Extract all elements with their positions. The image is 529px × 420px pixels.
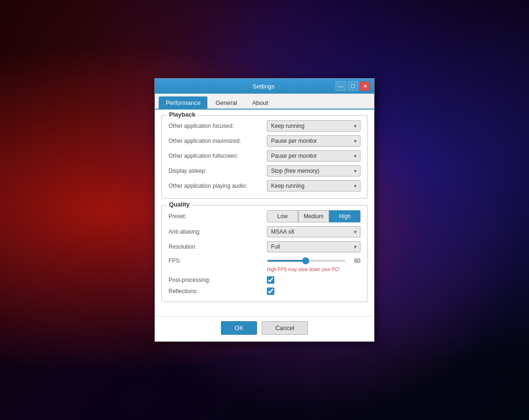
preset-medium-button[interactable]: Medium: [298, 210, 330, 222]
other-app-focused-select[interactable]: Keep running Pause Stop: [267, 120, 360, 132]
other-app-focused-select-wrapper: Keep running Pause Stop ▼: [267, 120, 360, 132]
quality-section-title: Quality: [167, 201, 192, 208]
fps-row: FPS: 60 High FPS may slow down your PC!: [169, 256, 360, 273]
anti-aliasing-row: Anti-aliasing: MSAA x8 None MSAA x2 MSAA…: [169, 226, 360, 237]
preset-high-button[interactable]: High: [329, 210, 360, 222]
fps-control: 60: [267, 256, 360, 265]
post-processing-checkbox[interactable]: [267, 276, 274, 284]
cancel-button[interactable]: Cancel: [262, 321, 308, 335]
display-asleep-control: Stop (free memory) Pause Keep running ▼: [267, 165, 360, 177]
other-app-fullscreen-select[interactable]: Pause per monitor Keep running Stop: [267, 150, 360, 162]
reflections-row: Reflections:: [169, 287, 360, 295]
anti-aliasing-control: MSAA x8 None MSAA x2 MSAA x4 ▼: [267, 226, 360, 237]
anti-aliasing-label: Anti-aliasing:: [169, 228, 267, 235]
minimize-button[interactable]: —: [336, 81, 346, 91]
post-processing-label: Post-processing:: [169, 277, 267, 283]
anti-aliasing-select[interactable]: MSAA x8 None MSAA x2 MSAA x4: [267, 226, 360, 237]
reflections-checkbox[interactable]: [267, 287, 274, 295]
preset-low-button[interactable]: Low: [267, 210, 298, 222]
other-app-maximized-row: Other application maximized: Pause per m…: [169, 135, 360, 147]
close-button[interactable]: ✕: [360, 81, 370, 91]
other-app-focused-row: Other application focused: Keep running …: [169, 120, 360, 132]
post-processing-control: [267, 276, 360, 284]
display-asleep-select-wrapper: Stop (free memory) Pause Keep running ▼: [267, 165, 360, 177]
other-app-focused-label: Other application focused:: [169, 123, 267, 129]
reflections-control: [267, 287, 360, 295]
dialog-footer: OK Cancel: [155, 316, 374, 341]
resolution-select[interactable]: Full Half Quarter: [267, 241, 360, 252]
tab-about[interactable]: About: [245, 96, 275, 109]
fps-warning-text: High FPS may slow down your PC!: [267, 267, 340, 272]
post-processing-row: Post-processing:: [169, 276, 360, 284]
tab-bar: Performance General About: [155, 94, 374, 110]
other-app-focused-control: Keep running Pause Stop ▼: [267, 120, 360, 132]
other-app-maximized-select-wrapper: Pause per monitor Keep running Stop ▼: [267, 135, 360, 147]
fps-slider[interactable]: [267, 260, 345, 262]
maximize-button[interactable]: ☐: [348, 81, 358, 91]
tab-content: Playback Other application focused: Keep…: [155, 110, 374, 316]
resolution-row: Resolution: Full Half Quarter ▼: [169, 241, 360, 252]
fps-value-display: 60: [349, 258, 360, 264]
title-bar: Settings — ☐ ✕: [155, 79, 374, 94]
playback-section: Playback Other application focused: Keep…: [162, 115, 367, 199]
preset-control: Low Medium High: [267, 210, 360, 222]
resolution-select-wrapper: Full Half Quarter ▼: [267, 241, 360, 252]
other-app-fullscreen-select-wrapper: Pause per monitor Keep running Stop ▼: [267, 150, 360, 162]
resolution-label: Resolution:: [169, 243, 267, 250]
other-app-audio-label: Other application playing audio:: [169, 183, 267, 189]
display-asleep-row: Display asleep: Stop (free memory) Pause…: [169, 165, 360, 177]
dialog-overlay: Settings — ☐ ✕ Performance General About…: [0, 0, 529, 420]
other-app-audio-select-wrapper: Keep running Pause Stop ▼: [267, 180, 360, 192]
title-bar-controls: — ☐ ✕: [336, 81, 370, 91]
other-app-audio-control: Keep running Pause Stop ▼: [267, 180, 360, 192]
other-app-maximized-select[interactable]: Pause per monitor Keep running Stop: [267, 135, 360, 147]
fps-slider-container: [267, 256, 345, 265]
reflections-label: Reflections:: [169, 288, 267, 295]
anti-aliasing-select-wrapper: MSAA x8 None MSAA x2 MSAA x4 ▼: [267, 226, 360, 237]
other-app-audio-row: Other application playing audio: Keep ru…: [169, 180, 360, 192]
tab-general[interactable]: General: [208, 96, 244, 109]
tab-performance[interactable]: Performance: [159, 96, 207, 109]
other-app-maximized-control: Pause per monitor Keep running Stop ▼: [267, 135, 360, 147]
settings-dialog: Settings — ☐ ✕ Performance General About…: [154, 78, 375, 342]
display-asleep-label: Display asleep:: [169, 168, 267, 174]
dialog-title: Settings: [191, 83, 336, 90]
display-asleep-select[interactable]: Stop (free memory) Pause Keep running: [267, 165, 360, 177]
ok-button[interactable]: OK: [221, 321, 257, 335]
other-app-maximized-label: Other application maximized:: [169, 138, 267, 144]
resolution-control: Full Half Quarter ▼: [267, 241, 360, 252]
preset-label: Preset:: [169, 213, 267, 220]
preset-button-group: Low Medium High: [267, 210, 360, 222]
fps-slider-group: 60: [267, 256, 360, 265]
preset-row: Preset: Low Medium High: [169, 210, 360, 222]
other-app-fullscreen-label: Other application fullscreen:: [169, 153, 267, 159]
other-app-fullscreen-row: Other application fullscreen: Pause per …: [169, 150, 360, 162]
other-app-fullscreen-control: Pause per monitor Keep running Stop ▼: [267, 150, 360, 162]
other-app-audio-select[interactable]: Keep running Pause Stop: [267, 180, 360, 192]
fps-label: FPS:: [169, 258, 267, 264]
quality-section: Quality Preset: Low Medium High Anti-ali…: [162, 205, 367, 302]
playback-section-title: Playback: [167, 111, 198, 118]
